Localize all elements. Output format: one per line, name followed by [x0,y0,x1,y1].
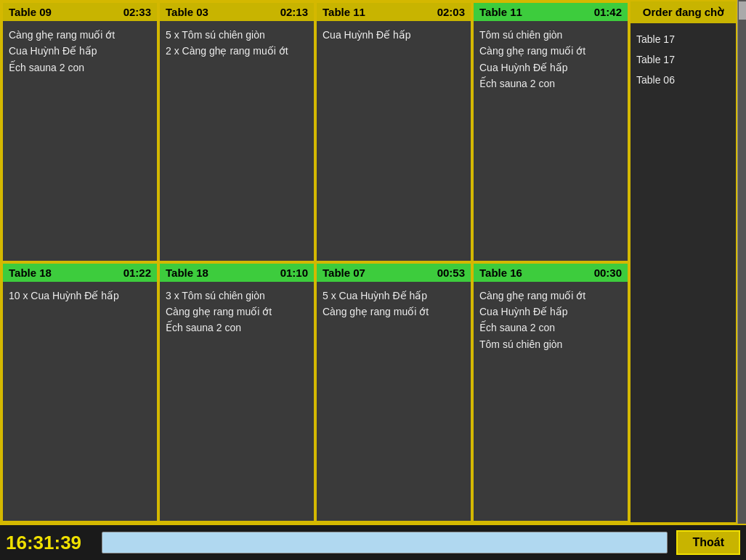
table-item: 10 x Cua Huỳnh Đế hấp [9,288,151,304]
main-area: Table 0902:33Càng ghẹ rang muối ớtCua Hu… [0,0,746,524]
table-card-top-row-1[interactable]: Table 0902:33Càng ghẹ rang muối ớtCua Hu… [1,1,158,262]
table-body: 3 x Tôm sú chiên giònCàng ghẹ rang muối … [160,282,314,522]
table-body: 5 x Tôm sú chiên giòn2 x Càng ghẹ rang m… [160,21,314,261]
sidebar-header: Order đang chờ [631,1,736,23]
table-name: Table 18 [166,267,208,279]
table-body: Càng ghẹ rang muối ớtCua Huỳnh Đế hấpẾch… [3,21,157,261]
sidebar-item[interactable]: Table 17 [636,29,730,49]
sidebar-item[interactable]: Table 06 [636,70,730,90]
table-timer: 00:30 [594,267,622,279]
table-timer: 01:10 [280,267,308,279]
table-header: Table 1101:42 [474,3,628,21]
table-item: Càng ghẹ rang muối ớt [479,43,622,59]
table-name: Table 11 [323,6,365,18]
table-name: Table 03 [166,6,208,18]
tables-grid: Table 0902:33Càng ghẹ rang muối ớtCua Hu… [0,0,631,524]
table-header: Table 1102:03 [317,3,471,21]
table-item: Ếch sauna 2 con [479,76,622,92]
table-card-bot-row-3[interactable]: Table 0700:535 x Cua Huỳnh Đế hấpCàng gh… [315,262,472,523]
table-body: 10 x Cua Huỳnh Đế hấp [3,282,157,522]
table-header: Table 1801:10 [160,264,314,282]
table-timer: 02:13 [280,6,308,18]
table-name: Table 09 [9,6,52,18]
exit-button[interactable]: Thoát [676,530,740,555]
table-item: Cua Huỳnh Đế hấp [479,304,622,320]
table-card-bot-row-2[interactable]: Table 1801:103 x Tôm sú chiên giònCàng g… [158,262,315,523]
order-sidebar: Order đang chờ Table 17Table 17Table 06 [631,0,737,524]
table-item: Càng ghẹ rang muối ớt [479,288,622,304]
table-item: 5 x Tôm sú chiên giòn [166,27,308,43]
table-header: Table 0700:53 [317,264,471,282]
table-body: 5 x Cua Huỳnh Đế hấpCàng ghẹ rang muối ớ… [317,282,471,522]
table-card-bot-row-4[interactable]: Table 1600:30Càng ghẹ rang muối ớtCua Hu… [472,262,629,523]
scrollbar[interactable] [737,0,746,524]
table-item: Cua Huỳnh Đế hấp [9,43,151,59]
table-item: Cua Huỳnh Đế hấp [479,60,622,76]
table-timer: 02:33 [123,6,151,18]
table-card-top-row-2[interactable]: Table 0302:135 x Tôm sú chiên giòn2 x Cà… [158,1,315,262]
table-name: Table 18 [9,267,52,279]
table-item: Ếch sauna 2 con [9,60,151,76]
table-item: Càng ghẹ rang muối ớt [9,27,151,43]
table-timer: 02:03 [437,6,465,18]
table-item: Càng ghẹ rang muối ớt [323,304,465,320]
sidebar-item[interactable]: Table 17 [636,49,730,70]
table-header: Table 0902:33 [3,3,157,21]
scroll-thumb[interactable] [739,1,746,20]
search-input[interactable] [102,532,668,553]
table-timer: 00:53 [437,267,465,279]
bottom-bar: 16:31:39 Thoát [0,524,746,560]
table-item: Tôm sú chiên giòn [479,27,622,43]
table-item: Ếch sauna 2 con [479,320,622,336]
table-header: Table 1600:30 [474,264,628,282]
table-item: Cua Huỳnh Đế hấp [323,27,465,43]
table-name: Table 16 [479,267,522,279]
table-body: Cua Huỳnh Đế hấp [317,21,471,261]
clock-display: 16:31:39 [6,532,93,554]
table-body: Càng ghẹ rang muối ớtCua Huỳnh Đế hấpẾch… [474,282,628,522]
table-name: Table 11 [479,6,522,18]
table-item: 5 x Cua Huỳnh Đế hấp [323,288,465,304]
table-item: 3 x Tôm sú chiên giòn [166,288,308,304]
table-card-top-row-3[interactable]: Table 1102:03Cua Huỳnh Đế hấp [315,1,472,262]
table-timer: 01:22 [123,267,151,279]
table-header: Table 0302:13 [160,3,314,21]
table-card-top-row-4[interactable]: Table 1101:42Tôm sú chiên giònCàng ghẹ r… [472,1,629,262]
table-timer: 01:42 [594,6,622,18]
table-item: 2 x Càng ghẹ rang muối ớt [166,43,308,59]
table-item: Càng ghẹ rang muối ớt [166,304,308,320]
sidebar-wrapper: Order đang chờ Table 17Table 17Table 06 [631,0,746,524]
table-card-bot-row-1[interactable]: Table 1801:2210 x Cua Huỳnh Đế hấp [1,262,158,523]
table-item: Ếch sauna 2 con [166,320,308,336]
table-body: Tôm sú chiên giònCàng ghẹ rang muối ớtCu… [474,21,628,261]
table-header: Table 1801:22 [3,264,157,282]
table-name: Table 07 [323,267,365,279]
table-item: Tôm sú chiên giòn [479,336,622,352]
sidebar-body: Table 17Table 17Table 06 [631,23,736,522]
